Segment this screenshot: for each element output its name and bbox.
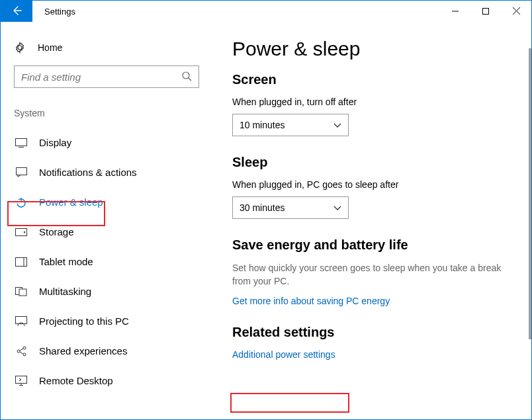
gear-icon xyxy=(14,42,26,54)
sleep-select[interactable]: 30 minutes xyxy=(232,196,349,219)
vertical-scrollbar[interactable] xyxy=(529,48,531,339)
sidebar-item-notifications[interactable]: Notifications & actions xyxy=(14,157,199,187)
sleep-value: 30 minutes xyxy=(240,202,285,213)
close-button[interactable] xyxy=(501,1,531,22)
maximize-icon xyxy=(482,6,489,17)
sidebar-home[interactable]: Home xyxy=(14,36,199,65)
save-energy-description: Set how quickly your screen goes to slee… xyxy=(232,262,511,288)
titlebar: Settings xyxy=(1,1,531,22)
search-input[interactable] xyxy=(21,71,181,83)
sidebar-item-projecting[interactable]: Projecting to this PC xyxy=(14,306,199,336)
section-related-heading: Related settings xyxy=(232,325,511,340)
svg-point-19 xyxy=(23,347,26,349)
svg-rect-6 xyxy=(16,138,27,146)
svg-point-20 xyxy=(23,353,26,356)
minimize-button[interactable] xyxy=(440,1,470,22)
chevron-down-icon xyxy=(333,120,341,130)
arrow-left-icon xyxy=(11,5,22,18)
sidebar-item-multitasking[interactable]: Multitasking xyxy=(14,276,199,306)
sleep-label: When plugged in, PC goes to sleep after xyxy=(232,179,511,190)
nav-label: Multitasking xyxy=(39,286,91,297)
section-sleep-heading: Sleep xyxy=(232,155,511,170)
svg-point-12 xyxy=(24,231,25,232)
window-title: Settings xyxy=(44,7,75,17)
svg-point-4 xyxy=(183,72,189,79)
nav-label: Tablet mode xyxy=(39,256,93,267)
section-screen-heading: Screen xyxy=(232,72,511,87)
sidebar-item-tablet-mode[interactable]: Tablet mode xyxy=(14,247,199,276)
remote-desktop-icon xyxy=(15,376,27,386)
annotation-highlight-power-sleep xyxy=(7,201,105,226)
storage-icon xyxy=(15,228,27,236)
nav-label: Projecting to this PC xyxy=(39,315,129,327)
additional-power-settings-link[interactable]: Additional power settings xyxy=(232,349,335,360)
svg-rect-16 xyxy=(19,289,26,296)
projecting-icon xyxy=(15,316,27,326)
svg-rect-8 xyxy=(16,168,26,175)
page-title: Power & sleep xyxy=(232,38,511,60)
search-box[interactable] xyxy=(14,65,199,88)
display-icon xyxy=(15,138,27,147)
svg-line-22 xyxy=(20,352,23,354)
save-energy-link[interactable]: Get more info about saving PC energy xyxy=(232,296,390,306)
svg-point-18 xyxy=(17,350,20,353)
screen-off-value: 10 minutes xyxy=(240,120,285,130)
search-icon xyxy=(181,71,192,83)
tablet-icon xyxy=(15,257,27,267)
section-save-energy-heading: Save energy and battery life xyxy=(232,237,511,253)
nav-label: Remote Desktop xyxy=(39,375,113,386)
notifications-icon xyxy=(15,167,27,177)
nav-label: Shared experiences xyxy=(39,345,127,357)
sidebar-item-display[interactable]: Display xyxy=(14,128,199,157)
maximize-button[interactable] xyxy=(470,1,501,22)
svg-line-21 xyxy=(20,349,23,351)
sidebar-section-label: System xyxy=(14,108,199,118)
chevron-down-icon xyxy=(333,202,341,213)
multitasking-icon xyxy=(15,287,27,296)
sidebar-item-shared-experiences[interactable]: Shared experiences xyxy=(14,336,199,366)
scrollbar-thumb[interactable] xyxy=(529,48,531,339)
nav-label: Notifications & actions xyxy=(39,167,137,178)
close-icon xyxy=(513,6,520,17)
main-panel: Power & sleep Screen When plugged in, tu… xyxy=(212,22,531,419)
sidebar-item-remote-desktop[interactable]: Remote Desktop xyxy=(14,366,199,396)
nav-label: Display xyxy=(39,137,71,148)
svg-rect-13 xyxy=(16,257,27,266)
screen-off-label: When plugged in, turn off after xyxy=(232,97,511,107)
annotation-highlight-additional-power-settings xyxy=(230,393,349,413)
home-label: Home xyxy=(38,42,62,53)
minimize-icon xyxy=(452,6,459,17)
nav-label: Storage xyxy=(39,226,74,237)
shared-icon xyxy=(15,346,27,357)
svg-rect-1 xyxy=(483,9,489,15)
back-button[interactable] xyxy=(1,1,32,22)
screen-off-select[interactable]: 10 minutes xyxy=(232,114,349,136)
svg-line-5 xyxy=(189,78,191,81)
window-controls xyxy=(440,1,531,22)
